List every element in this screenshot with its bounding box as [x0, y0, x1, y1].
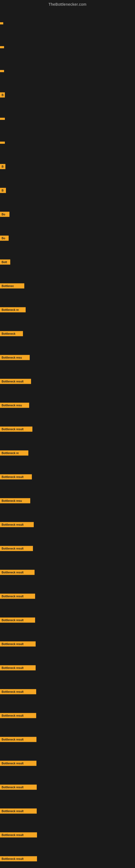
bar-label — [0, 118, 5, 120]
bar-row: Bottleneck resu — [0, 489, 135, 513]
bar-row: B — [0, 155, 135, 179]
bar-row: Bo — [0, 226, 135, 250]
bar-label: Bottleneck re — [0, 451, 28, 456]
bar-row: Bottleneck result — [0, 680, 135, 704]
bar-row: Bottleneck result — [0, 513, 135, 536]
bar-label: Bottleneck result — [0, 546, 33, 551]
bar-label: Bo — [0, 212, 9, 217]
bar-label: Bottleneck result — [0, 594, 35, 599]
bar-row: Bottleneck result — [0, 799, 135, 823]
bar-label: Bottleneck result — [0, 785, 37, 790]
bar-row: Bottleneck result — [0, 823, 135, 847]
bar-label: Bottleneck resu — [0, 403, 29, 408]
bar-label: Bottleneck result — [0, 713, 36, 718]
bar-row: Bottleneck result — [0, 656, 135, 680]
bar-label: Bottleneck result — [0, 522, 34, 527]
bar-label — [0, 142, 5, 144]
bar-row: Bottleneck result — [0, 417, 135, 441]
bar-label: Bottleneck result — [0, 737, 37, 742]
bar-label: Bottleneck result — [0, 570, 35, 575]
bar-label: Bottleneck re — [0, 307, 26, 312]
bar-label: Bottleneck resu — [0, 498, 30, 503]
bar-label: Bottleneck result — [0, 665, 36, 671]
bar-row: Bottleneck result — [0, 632, 135, 656]
bar-row — [0, 35, 135, 59]
bars-container: BBBBoBoBottBottlenecBottleneck reBottlen… — [0, 9, 135, 868]
bar-label: Bottleneck result — [0, 689, 36, 694]
bar-label: Bottleneck result — [0, 833, 37, 838]
bar-row: Bottleneck result — [0, 536, 135, 560]
bar-label: Bottleneck result — [0, 761, 37, 766]
bar-row: Bott — [0, 250, 135, 274]
bar-row: Bottleneck result — [0, 727, 135, 751]
site-title: TheBottlenecker.com — [0, 0, 135, 9]
bar-row: Bottleneck re — [0, 441, 135, 465]
bar-label: Bottlenec — [0, 283, 24, 289]
bar-row — [0, 131, 135, 155]
bar-row — [0, 59, 135, 83]
bar-row: Bottleneck result — [0, 369, 135, 393]
bar-label: Bottleneck result — [0, 809, 37, 814]
bar-label: Bo — [0, 236, 9, 241]
bar-label: Bottleneck result — [0, 427, 32, 432]
bar-row: Bottleneck resu — [0, 346, 135, 369]
bar-row: Bottleneck result — [0, 704, 135, 727]
bar-label: B — [0, 164, 5, 169]
bar-label: B — [0, 93, 5, 98]
bar-label: Bottleneck result — [0, 379, 31, 384]
bar-row: Bottleneck result — [0, 751, 135, 775]
bar-label: Bottleneck resu — [0, 355, 30, 360]
bar-label — [0, 46, 4, 48]
bar-label: Bottleneck result — [0, 642, 36, 647]
bar-row: Bottleneck re — [0, 298, 135, 322]
bar-row: B — [0, 83, 135, 107]
bar-row: Bottlenec — [0, 274, 135, 298]
bar-label: B — [0, 188, 6, 193]
bar-row: Bottleneck result — [0, 847, 135, 868]
bar-row — [0, 107, 135, 131]
bar-row: Bo — [0, 203, 135, 226]
bar-row: Bottleneck result — [0, 608, 135, 632]
bar-row — [0, 11, 135, 35]
bar-row: Bottleneck result — [0, 560, 135, 584]
bar-label: Bottleneck result — [0, 618, 35, 623]
bar-label: Bottleneck — [0, 331, 23, 336]
bar-row: B — [0, 179, 135, 203]
bar-label: Bottleneck result — [0, 474, 32, 479]
bar-row: Bottleneck result — [0, 465, 135, 489]
bar-row: Bottleneck result — [0, 775, 135, 799]
bar-row: Bottleneck — [0, 322, 135, 346]
bar-row: Bottleneck resu — [0, 393, 135, 417]
bar-label — [0, 22, 3, 24]
bar-label: Bott — [0, 259, 10, 265]
bar-label: Bottleneck result — [0, 856, 37, 862]
bar-label — [0, 70, 4, 72]
bar-row: Bottleneck result — [0, 584, 135, 608]
